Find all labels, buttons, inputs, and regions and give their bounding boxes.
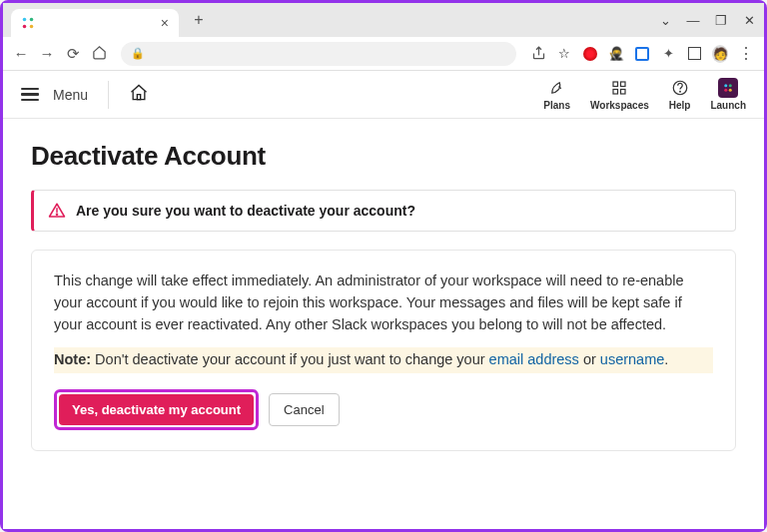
svg-point-13 bbox=[724, 89, 727, 92]
svg-rect-6 bbox=[621, 82, 626, 87]
nav-plans[interactable]: Plans bbox=[543, 78, 570, 111]
profile-avatar[interactable]: 🧑 bbox=[712, 46, 728, 62]
page-content: Menu Plans Workspaces bbox=[3, 71, 764, 529]
forward-button[interactable]: → bbox=[39, 45, 55, 62]
nav-plans-label: Plans bbox=[543, 100, 570, 111]
svg-point-1 bbox=[30, 18, 34, 22]
svg-point-10 bbox=[679, 91, 680, 92]
tab-close-icon[interactable]: × bbox=[161, 15, 169, 31]
panel-body-text: This change will take effect immediately… bbox=[54, 270, 713, 335]
nav-workspaces-label: Workspaces bbox=[590, 100, 649, 111]
new-tab-button[interactable]: + bbox=[189, 11, 209, 29]
svg-rect-4 bbox=[137, 94, 140, 99]
svg-point-11 bbox=[724, 84, 727, 87]
browser-window: × + ⌄ — ❐ ✕ ← → ⟳ 🔒 ☆ 🥷 ✦ bbox=[0, 0, 767, 532]
slack-badge-icon bbox=[718, 78, 738, 98]
confirmation-panel: This change will take effect immediately… bbox=[31, 250, 736, 451]
cancel-button[interactable]: Cancel bbox=[269, 393, 339, 426]
svg-rect-7 bbox=[613, 90, 618, 95]
menu-label[interactable]: Menu bbox=[53, 87, 88, 103]
tab-overview-icon[interactable] bbox=[686, 46, 702, 62]
star-icon[interactable]: ☆ bbox=[556, 46, 572, 62]
slack-favicon-icon bbox=[21, 16, 35, 30]
alert-text: Are you sure you want to deactivate your… bbox=[76, 203, 415, 219]
svg-point-12 bbox=[729, 84, 732, 87]
alert-banner: Are you sure you want to deactivate your… bbox=[31, 190, 736, 232]
email-address-link[interactable]: email address bbox=[489, 351, 579, 367]
note-label: Note: bbox=[54, 351, 91, 367]
warning-triangle-icon bbox=[48, 202, 66, 220]
site-header: Menu Plans Workspaces bbox=[3, 71, 764, 119]
chevron-down-icon[interactable]: ⌄ bbox=[658, 13, 672, 28]
share-icon[interactable] bbox=[530, 46, 546, 62]
nav-help[interactable]: Help bbox=[669, 78, 691, 111]
kebab-menu-icon[interactable]: ⋮ bbox=[738, 44, 754, 63]
lock-icon: 🔒 bbox=[131, 47, 145, 60]
nav-launch-label: Launch bbox=[710, 100, 746, 111]
maximize-button[interactable]: ❐ bbox=[714, 13, 728, 28]
svg-point-14 bbox=[729, 89, 732, 92]
browser-titlebar: × + ⌄ — ❐ ✕ bbox=[3, 3, 764, 37]
svg-rect-8 bbox=[621, 90, 626, 95]
divider bbox=[108, 81, 109, 109]
reload-button[interactable]: ⟳ bbox=[65, 45, 81, 63]
username-link[interactable]: username bbox=[600, 351, 664, 367]
note-text-post: . bbox=[664, 351, 668, 367]
address-bar[interactable]: 🔒 bbox=[121, 42, 516, 66]
note-text-mid: or bbox=[579, 351, 600, 367]
highlight-annotation: Yes, deactivate my account bbox=[54, 389, 259, 430]
nav-workspaces[interactable]: Workspaces bbox=[590, 78, 649, 111]
svg-point-16 bbox=[56, 214, 57, 215]
close-window-button[interactable]: ✕ bbox=[742, 13, 756, 28]
house-icon[interactable] bbox=[129, 83, 149, 107]
grid-icon bbox=[609, 78, 629, 98]
extensions-icon[interactable]: ✦ bbox=[660, 46, 676, 62]
deactivate-confirm-button[interactable]: Yes, deactivate my account bbox=[59, 394, 254, 425]
browser-toolbar: ← → ⟳ 🔒 ☆ 🥷 ✦ 🧑 ⋮ bbox=[3, 37, 764, 71]
opera-extension-icon[interactable] bbox=[582, 46, 598, 62]
extension-icon-2[interactable] bbox=[634, 46, 650, 62]
home-icon[interactable] bbox=[91, 45, 107, 63]
rocket-icon bbox=[547, 78, 567, 98]
page-title: Deactivate Account bbox=[31, 141, 736, 172]
nav-help-label: Help bbox=[669, 100, 691, 111]
svg-rect-5 bbox=[613, 82, 618, 87]
help-icon bbox=[670, 78, 690, 98]
browser-tab[interactable]: × bbox=[11, 9, 179, 37]
hamburger-menu-icon[interactable] bbox=[21, 88, 39, 102]
nav-launch[interactable]: Launch bbox=[710, 78, 746, 111]
back-button[interactable]: ← bbox=[13, 45, 29, 62]
svg-point-3 bbox=[30, 25, 34, 29]
note-strip: Note: Don't deactivate your account if y… bbox=[54, 347, 713, 373]
minimize-button[interactable]: — bbox=[686, 13, 700, 28]
svg-point-2 bbox=[23, 25, 27, 29]
svg-point-0 bbox=[23, 18, 27, 22]
note-text-pre: Don't deactivate your account if you jus… bbox=[91, 351, 489, 367]
extension-icon-1[interactable]: 🥷 bbox=[608, 46, 624, 62]
